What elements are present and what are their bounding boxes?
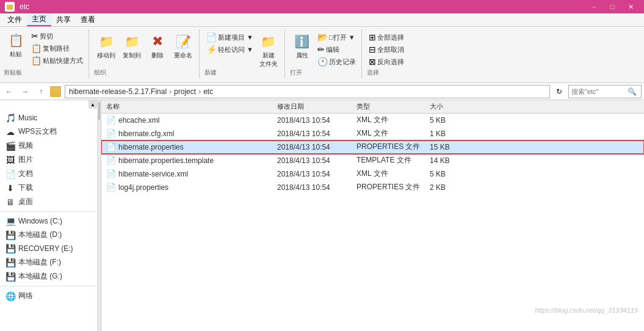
file-type-cell: XML 文件	[354, 115, 427, 125]
search-input[interactable]	[571, 88, 626, 95]
address-bar: ← → ↑ hibernate-release-5.2.17.Final › p…	[0, 83, 644, 100]
paste-icon: 📋	[6, 31, 26, 50]
maximize-button[interactable]: □	[604, 1, 621, 13]
file-size-cell: 2 KB	[427, 183, 476, 192]
invert-select-button[interactable]: ⊠ 反向选择	[367, 56, 406, 67]
new-folder-button[interactable]: 📁 新建 文件夹	[256, 31, 281, 70]
file-name-cell: 📄 log4j.properties	[104, 183, 275, 192]
folder-nav-icon	[50, 86, 61, 97]
sidebar-windows-c-label: Windows (C:)	[18, 217, 62, 225]
search-icon: 🔍	[628, 87, 637, 96]
sidebar-recovery-e-label: RECOVERY (E:)	[18, 244, 73, 253]
easy-access-button[interactable]: ⚡ 轻松访问 ▼	[204, 44, 255, 55]
sidebar-documents-label: 文档	[18, 169, 33, 179]
file-list-header: 名称 修改日期 类型 大小	[101, 100, 644, 114]
table-row[interactable]: 📄 hibernate.properties 2018/4/13 10:54 P…	[101, 140, 644, 154]
select-none-button[interactable]: ⊟ 全部取消	[367, 44, 406, 55]
file-name-cell: 📄 hibernate.properties	[104, 142, 275, 151]
select-label: 选择	[367, 68, 379, 77]
menu-view[interactable]: 查看	[76, 14, 100, 26]
rename-icon: 📝	[173, 32, 193, 51]
col-size-header[interactable]: 大小	[427, 102, 476, 111]
paste-button[interactable]: 📋 粘贴	[4, 29, 28, 60]
file-date-cell: 2018/4/13 10:54	[275, 143, 354, 151]
network-icon: 🌐	[5, 291, 16, 301]
sidebar-pictures-label: 图片	[18, 155, 33, 165]
select-all-button[interactable]: ⊞ 全部选择	[367, 32, 406, 43]
sidebar-local-g-label: 本地磁盘 (G:)	[18, 271, 62, 282]
move-to-button[interactable]: 📁 移动到	[94, 31, 118, 61]
sidebar-item-music[interactable]: 🎵 Music	[0, 111, 97, 125]
sidebar-item-network[interactable]: 🌐 网络	[0, 289, 97, 303]
edit-button[interactable]: ✏ 编辑	[316, 44, 358, 55]
close-button[interactable]: ✕	[622, 1, 639, 13]
video-icon: 🎬	[5, 141, 16, 151]
copy-icon: 📋	[31, 43, 42, 53]
sidebar-item-windows-c[interactable]: 💻 Windows (C:)	[0, 214, 97, 228]
file-icon: 📄	[106, 115, 116, 125]
file-icon: 📄	[106, 129, 116, 138]
copy-to-button[interactable]: 📁 复制到	[120, 31, 144, 61]
sidebar-item-video[interactable]: 🎬 视频	[0, 139, 97, 153]
table-row[interactable]: 📄 log4j.properties 2018/4/13 10:54 PROPE…	[101, 181, 644, 194]
open-label: 打开	[290, 68, 302, 77]
table-row[interactable]: 📄 hibernate-service.xml 2018/4/13 10:54 …	[101, 167, 644, 181]
file-name-cell: 📄 ehcache.xml	[104, 115, 275, 125]
sidebar-item-local-f[interactable]: 💾 本地磁盘 (F:)	[0, 255, 97, 269]
menu-file[interactable]: 文件	[2, 14, 27, 26]
delete-button[interactable]: ✖ 删除	[145, 31, 170, 61]
cut-icon: ✂	[31, 31, 38, 41]
file-date-cell: 2018/4/13 10:54	[275, 129, 354, 138]
address-path[interactable]: hibernate-release-5.2.17.Final › project…	[65, 85, 550, 98]
refresh-button[interactable]: ↻	[552, 85, 566, 98]
sidebar-wps-label: WPS云文档	[18, 126, 57, 137]
windows-c-icon: 💻	[5, 216, 16, 226]
rename-button[interactable]: 📝 重命名	[171, 31, 195, 61]
col-type-header[interactable]: 类型	[354, 102, 427, 111]
menu-share[interactable]: 共享	[51, 14, 76, 26]
file-size-cell: 14 KB	[427, 156, 476, 165]
search-box[interactable]: 🔍	[568, 85, 642, 98]
file-date-cell: 2018/4/13 10:54	[275, 116, 354, 125]
col-date-header[interactable]: 修改日期	[275, 102, 354, 111]
col-name-header[interactable]: 名称	[104, 102, 275, 111]
table-row[interactable]: 📄 ehcache.xml 2018/4/13 10:54 XML 文件 5 K…	[101, 114, 644, 127]
sidebar-item-recovery-e[interactable]: 💾 RECOVERY (E:)	[0, 242, 97, 255]
svg-rect-1	[52, 90, 59, 95]
table-row[interactable]: 📄 hibernate.cfg.xml 2018/4/13 10:54 XML …	[101, 127, 644, 140]
sidebar-downloads-label: 下载	[18, 183, 33, 193]
new-item-button[interactable]: 📄 新建项目 ▼	[204, 32, 255, 43]
history-button[interactable]: 🕐 历史记录	[316, 56, 358, 67]
main-area: ▲ 🎵 Music ☁ WPS云文档 🎬 视频 🖼 图片 📄 文档 ⬇ 下载 🖥	[0, 100, 644, 331]
cut-button[interactable]: ✂ 剪切	[29, 31, 85, 42]
sidebar-item-pictures[interactable]: 🖼 图片	[0, 153, 97, 167]
sidebar-scroll-up[interactable]: ▲	[89, 100, 97, 109]
local-g-icon: 💾	[5, 272, 16, 282]
back-button[interactable]: ←	[2, 85, 16, 98]
file-icon: 📄	[106, 183, 116, 192]
minimize-button[interactable]: －	[585, 1, 602, 13]
sidebar-item-desktop[interactable]: 🖥 桌面	[0, 195, 97, 209]
title-bar-left: etc	[5, 2, 29, 12]
copyto-icon: 📁	[122, 32, 142, 51]
music-icon: 🎵	[5, 113, 16, 123]
menu-home[interactable]: 主页	[27, 14, 51, 26]
sidebar-video-label: 视频	[18, 140, 33, 151]
sidebar-item-wps[interactable]: ☁ WPS云文档	[0, 125, 97, 139]
properties-button[interactable]: ℹ️ 属性	[290, 31, 314, 61]
wps-icon: ☁	[5, 127, 16, 137]
file-list: 名称 修改日期 类型 大小 📄 ehcache.xml 2018/4/13 10…	[101, 100, 644, 331]
table-row[interactable]: 📄 hibernate.properties.template 2018/4/1…	[101, 154, 644, 167]
sidebar-item-local-g[interactable]: 💾 本地磁盘 (G:)	[0, 269, 97, 283]
open-button[interactable]: 📂 □打开 ▼	[316, 32, 358, 43]
copy-button[interactable]: 📋 复制路径	[29, 43, 85, 54]
sidebar-item-local-d[interactable]: 💾 本地磁盘 (D:)	[0, 228, 97, 242]
sidebar-item-documents[interactable]: 📄 文档	[0, 167, 97, 181]
sidebar-item-downloads[interactable]: ⬇ 下载	[0, 181, 97, 195]
file-type-cell: TEMPLATE 文件	[354, 155, 427, 166]
forward-button[interactable]: →	[18, 85, 32, 98]
paste-shortcut-button[interactable]: 📋 粘贴快捷方式	[29, 55, 85, 66]
file-icon: 📄	[106, 156, 116, 165]
up-button[interactable]: ↑	[34, 85, 48, 98]
sidebar: ▲ 🎵 Music ☁ WPS云文档 🎬 视频 🖼 图片 📄 文档 ⬇ 下载 🖥	[0, 100, 98, 331]
